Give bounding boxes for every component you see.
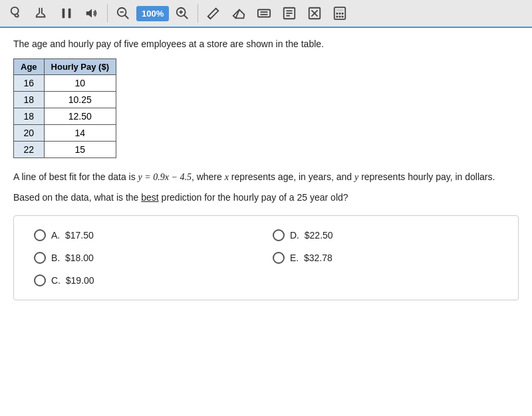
- col-header-age: Age: [14, 59, 45, 75]
- pencil-button[interactable]: [201, 2, 225, 25]
- zoom-level: 100%: [136, 6, 169, 21]
- svg-rect-26: [342, 13, 344, 15]
- best-fit-suffix: , where: [192, 171, 225, 182]
- separator-1: [107, 4, 108, 23]
- choice-left-2[interactable]: C. $19.00: [27, 269, 266, 292]
- table-cell-2-0: 18: [14, 108, 45, 125]
- table-cell-4-0: 22: [14, 142, 45, 158]
- choice-left-1[interactable]: B. $18.00: [27, 247, 266, 269]
- svg-rect-1: [63, 9, 65, 19]
- choice-left-0[interactable]: A. $17.50: [27, 224, 266, 247]
- equation: y = 0.9x − 4.5: [138, 172, 192, 182]
- svg-line-6: [125, 15, 129, 19]
- eraser-button[interactable]: [227, 2, 251, 25]
- toolbar: 100%: [0, 0, 532, 28]
- answer-col-right: D. $22.50 E. $32.78: [266, 224, 505, 292]
- table-cell-3-0: 20: [14, 125, 45, 142]
- choice-label-0: A. $17.50: [51, 230, 94, 241]
- intro-text: The age and hourly pay of five employees…: [13, 39, 519, 49]
- svg-line-10: [184, 15, 188, 19]
- volume-button[interactable]: [80, 2, 104, 25]
- calculator-button[interactable]: [328, 2, 352, 25]
- table-cell-4-1: 15: [44, 142, 116, 158]
- radio-C[interactable]: [34, 274, 46, 286]
- col-header-pay: Hourly Pay ($): [44, 59, 116, 75]
- svg-rect-23: [336, 9, 344, 12]
- table-cell-2-1: 12.50: [44, 108, 116, 125]
- question-text: Based on the data, what is the best pred…: [13, 191, 519, 205]
- hand-button[interactable]: [29, 2, 53, 25]
- choice-right-1[interactable]: E. $32.78: [266, 247, 505, 269]
- svg-rect-2: [68, 9, 71, 19]
- choice-label-right-0: D. $22.50: [290, 230, 333, 241]
- radio-E[interactable]: [273, 252, 285, 264]
- separator-2: [198, 4, 198, 23]
- answer-box: A. $17.50 B. $18.00 C. $19.00 D. $22.50 …: [13, 215, 519, 300]
- question-underline: best: [141, 192, 158, 203]
- highlight-button[interactable]: [252, 2, 276, 25]
- table-cell-3-1: 14: [44, 125, 116, 142]
- table-cell-0-1: 10: [44, 75, 116, 92]
- table-cell-1-1: 10.25: [44, 92, 116, 108]
- svg-rect-27: [336, 16, 338, 18]
- svg-rect-29: [342, 16, 344, 18]
- best-fit-text: A line of best fit for the data is y = 0…: [13, 170, 519, 184]
- choice-right-0[interactable]: D. $22.50: [266, 224, 505, 247]
- svg-marker-3: [86, 9, 92, 18]
- answer-col-left: A. $17.50 B. $18.00 C. $19.00: [27, 224, 266, 292]
- pause-button[interactable]: [55, 2, 78, 25]
- notes-button[interactable]: [277, 2, 301, 25]
- radio-D[interactable]: [273, 229, 285, 241]
- content-area: The age and hourly pay of five employees…: [0, 28, 532, 416]
- question-prefix: Based on the data, what is the: [13, 192, 141, 203]
- table-cell-0-0: 16: [14, 75, 45, 92]
- svg-point-0: [11, 7, 19, 15]
- cross-out-button[interactable]: [303, 2, 327, 25]
- choice-label-1: B. $18.00: [51, 253, 94, 263]
- question-suffix: prediction for the hourly pay of a 25 ye…: [159, 192, 348, 203]
- best-fit-prefix: A line of best fit for the data is: [13, 171, 138, 182]
- zoom-in-button[interactable]: [170, 2, 194, 25]
- radio-B[interactable]: [34, 252, 46, 264]
- choice-label-right-1: E. $32.78: [290, 253, 332, 263]
- svg-rect-25: [339, 13, 341, 15]
- svg-rect-28: [339, 16, 341, 18]
- best-fit-end: represents hourly pay, in dollars.: [358, 171, 495, 182]
- choice-label-2: C. $19.00: [51, 275, 94, 286]
- table-cell-1-0: 18: [14, 92, 45, 108]
- radio-A[interactable]: [34, 229, 46, 241]
- best-fit-mid: represents age, in years, and: [229, 171, 354, 182]
- answer-row: A. $17.50 B. $18.00 C. $19.00 D. $22.50 …: [27, 224, 505, 292]
- ear-button[interactable]: [4, 2, 28, 25]
- svg-rect-24: [336, 13, 338, 15]
- magnify-minus-button[interactable]: [111, 2, 135, 25]
- data-table: Age Hourly Pay ($) 16101810.251812.50201…: [13, 58, 116, 158]
- svg-rect-12: [258, 10, 270, 17]
